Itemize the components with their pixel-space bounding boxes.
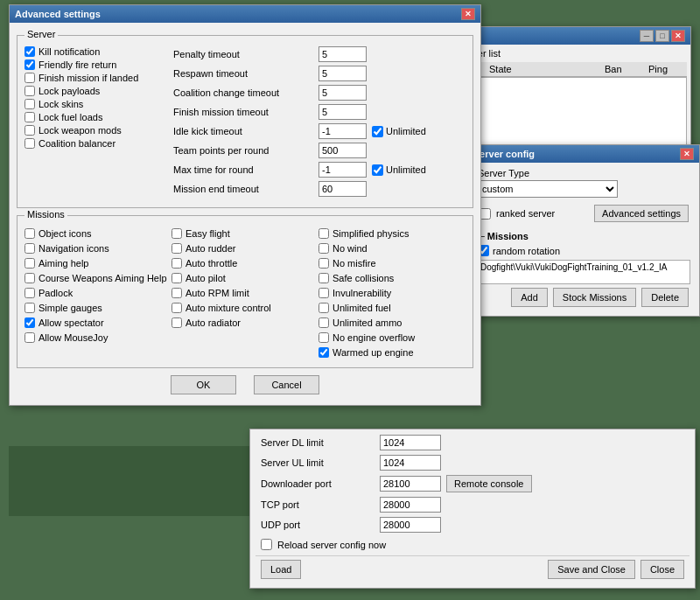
idle-kick-input[interactable] [318,123,367,139]
downloader-port-input[interactable] [380,476,441,492]
save-close-button[interactable]: Save and Close [548,560,635,579]
safe-collisions-cb[interactable] [318,273,329,283]
close-button-config[interactable]: ✕ [680,148,694,160]
close-button[interactable]: ✕ [461,8,475,20]
lock-fuel-checkbox[interactable] [24,112,35,122]
close-panel-button[interactable]: Close [640,560,684,579]
no-misfire-cb[interactable] [318,258,329,269]
team-points-input[interactable] [318,143,367,158]
padlock-cb[interactable] [24,288,35,298]
close-button-serverlist[interactable]: ✕ [671,30,685,42]
load-button[interactable]: Load [261,560,301,579]
lock-payloads-checkbox[interactable] [24,86,35,96]
server-list-label: server list [459,48,687,59]
advanced-settings-btn[interactable]: Advanced settings [594,205,689,222]
advanced-settings-window: Advanced settings ✕ Server Kill notifica… [9,4,481,406]
lock-weapons-row: Lock weapon mods [24,125,164,136]
max-time-unlimited-label: Unlimited [386,164,426,175]
col-ban: Ban [605,64,648,74]
stock-missions-button[interactable]: Stock Missions [553,288,636,307]
tcp-port-row: TCP port [256,497,690,513]
ul-limit-label: Server UL limit [261,457,374,468]
auto-throttle-cb[interactable] [172,258,182,269]
unlimited-fuel-cb[interactable] [318,303,329,313]
coalition-balancer-checkbox[interactable] [24,138,35,149]
auto-radiator-cb[interactable] [172,317,182,328]
max-time-input[interactable] [318,162,367,178]
mission-end-label: Mission end timeout [173,184,313,194]
unlimited-ammo-cb[interactable] [318,317,329,328]
server-type-select[interactable]: custom [478,180,618,198]
auto-rpm-cb[interactable] [172,288,182,298]
lock-weapons-checkbox[interactable] [24,125,35,136]
add-button[interactable]: Add [511,288,548,307]
simple-gauges-label: Simple gauges [38,303,102,313]
object-icons-cb[interactable] [24,228,35,239]
remote-console-button[interactable]: Remote console [446,475,532,492]
coalition-balancer-label: Coalition balancer [38,138,116,149]
max-time-unlimited-checkbox[interactable] [372,164,383,176]
no-engine-overflow-cb[interactable] [318,332,329,343]
warmed-up-engine-cb[interactable] [318,347,329,358]
invulnerability-label: Invulnerability [332,288,391,298]
minimize-button[interactable]: ─ [640,30,654,42]
team-points-label: Team points per round [173,145,313,156]
coalition-change-input[interactable] [318,85,367,101]
tcp-port-input[interactable] [380,497,441,513]
dl-limit-input[interactable] [380,435,441,450]
mission-end-row: Mission end timeout [173,181,466,197]
allow-mousejoy-cb[interactable] [24,332,35,343]
navigation-icons-cb[interactable] [24,243,35,254]
kill-notification-label: Kill notification [38,46,100,57]
maximize-button[interactable]: □ [655,30,669,42]
cancel-button[interactable]: Cancel [254,375,319,394]
udp-port-input[interactable] [380,517,441,533]
auto-rudder-cb[interactable] [172,243,182,254]
auto-pilot-cb[interactable] [172,273,182,283]
no-engine-overflow-label: No engine overflow [332,332,415,343]
idle-unlimited-checkbox[interactable] [372,126,383,137]
simplified-physics-cb[interactable] [318,228,329,239]
udp-port-label: UDP port [261,520,374,530]
dialog-buttons: OK Cancel [17,375,473,394]
lock-payloads-label: Lock payloads [38,86,100,96]
coalition-change-label: Coalition change timeout [173,87,313,98]
server-group: Server Kill notification Friendly fire r… [17,35,473,208]
mission-end-input[interactable] [318,181,367,197]
server-table-header: ID State Ban Ping [459,62,687,77]
auto-mixture-label: Auto mixture control [186,303,271,313]
auto-rpm-label: Auto RPM limit [186,288,249,298]
kill-notification-checkbox[interactable] [24,46,35,57]
friendly-fire-label: Friendly fire return [38,59,116,70]
server-fields: Penalty timeout Respawn timeout Coalitio… [173,46,466,200]
ul-limit-row: Server UL limit [256,455,690,471]
idle-kick-row: Idle kick timeout Unlimited [173,123,466,139]
no-wind-cb[interactable] [318,243,329,254]
lock-skins-label: Lock skins [38,99,83,109]
simple-gauges-cb[interactable] [24,303,35,313]
lock-skins-checkbox[interactable] [24,99,35,109]
server-type-section: Server Type custom [474,168,694,198]
finish-mission-timeout-input[interactable] [318,104,367,120]
allow-spectator-cb[interactable] [24,317,35,328]
aiming-help-cb[interactable] [24,258,35,269]
easy-flight-cb[interactable] [172,228,182,239]
advanced-settings-titlebar: Advanced settings ✕ [10,5,480,23]
col-ping: Ping [648,64,683,74]
simplified-physics-label: Simplified physics [332,228,409,239]
friendly-fire-checkbox[interactable] [24,59,35,70]
course-weapons-cb[interactable] [24,273,35,283]
ul-limit-input[interactable] [380,455,441,471]
ok-button[interactable]: OK [171,375,236,394]
reload-checkbox[interactable] [261,539,272,550]
respawn-timeout-input[interactable] [318,66,367,81]
penalty-timeout-input[interactable] [318,46,367,62]
invulnerability-cb[interactable] [318,288,329,298]
finish-mission-checkbox[interactable] [24,73,35,83]
aiming-help-label: Aiming help [38,258,88,269]
lock-payloads-row: Lock payloads [24,86,164,96]
penalty-timeout-row: Penalty timeout [173,46,466,62]
auto-mixture-cb[interactable] [172,303,182,313]
auto-pilot-label: Auto pilot [186,273,226,283]
delete-button[interactable]: Delete [641,288,689,307]
